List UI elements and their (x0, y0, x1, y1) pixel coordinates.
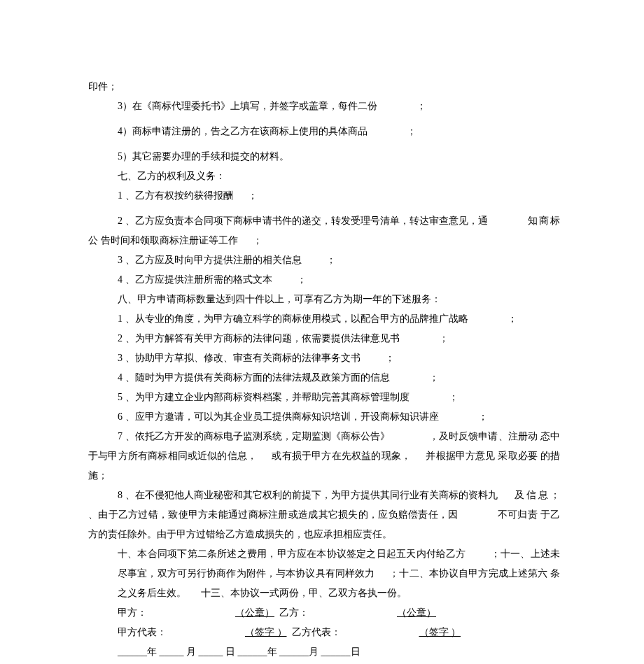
line-21b: 不可归责 (498, 509, 538, 520)
line-9: 4 、乙方应提供注册所需的格式文本； (88, 270, 560, 290)
line-17-end: ，及时反馈申请、注册动 (429, 431, 538, 442)
line-7-end: ； (253, 235, 262, 246)
line-5: 1 、乙方有权按约获得报酬； (88, 186, 560, 206)
line-23a: 十、本合同项下第二条所述之费用，甲方应在本协议签定之日起五天内付给乙方 (118, 549, 466, 559)
line-0: 印件； (88, 77, 560, 97)
line-14-end: ； (429, 372, 439, 383)
line-13-end: ； (385, 353, 395, 363)
line-11: 1 、从专业的角度，为甲方确立科学的商标使用模式，以配合甲方的品牌推广战略； (88, 309, 560, 329)
signature-line-1: 甲方：（公章）乙方：（公章） (88, 603, 560, 623)
line-18c: 并根据甲方意见 采取必要 (426, 451, 538, 461)
sign-b: （签字 ） (419, 627, 461, 637)
line-9-text: 4 、乙方应提供注册所需的格式文本 (118, 274, 272, 285)
sign-a: （签字 ） (245, 627, 287, 637)
line-24b: ；十二、本协议自甲方完成上述第六 (389, 568, 547, 579)
line-15-end: ； (449, 392, 458, 402)
line-11-end: ； (507, 313, 517, 324)
line-5-end: ； (248, 190, 258, 201)
line-6-7: 2 、乙方应负责本合同项下商标申请书件的递交，转发受理号清单，转达审查意见，通知… (88, 211, 560, 250)
line-15: 5 、为甲方建立企业内部商标资料档案，并帮助完善其商标管理制度； (88, 388, 560, 407)
line-20-22: 8 、在不侵犯他人商业秘密和其它权利的前提下，为甲方提供其同行业有关商标的资料九… (88, 486, 560, 544)
line-23b: ；十一、上述未 (491, 549, 560, 559)
line-16: 6 、应甲方邀请，可以为其企业员工提供商标知识培训，开设商标知识讲座； (88, 407, 560, 427)
line-25b: 十三、本协议一式两份，甲、乙双方各执一份。 (201, 588, 407, 598)
date-line: ______年 _____ 月 _____ 日 ______年 ______月 … (88, 642, 560, 662)
line-17-text: 7 、依托乙方开发的商标电子监测系统，定期监测《商标公告》 (118, 431, 390, 442)
line-23-25: 十、本合同项下第二条所述之费用，甲方应在本协议签定之日起五天内付给乙方；十一、上… (88, 544, 560, 603)
line-9-end: ； (297, 274, 307, 285)
line-8: 3 、乙方应及时向甲方提供注册的相关信息； (88, 250, 560, 270)
line-8-end: ； (326, 255, 336, 265)
line-1: 3）在《商标代理委托书》上填写，并签字或盖章，每件二份； (88, 97, 560, 116)
line-12-end: ； (439, 333, 449, 344)
signature-line-2: 甲方代表：（签字 ）乙方代表：（签字 ） (88, 623, 560, 642)
line-17-19: 7 、依托乙方开发的商标电子监测系统，定期监测《商标公告》，及时反馈申请、注册动… (88, 427, 560, 486)
line-14: 4 、随时为甲方提供有关商标方面的法律法规及政策方面的信息； (88, 368, 560, 388)
line-15-text: 5 、为甲方建立企业内部商标资料档案，并帮助完善其商标管理制度 (118, 392, 410, 402)
line-12-text: 2 、为甲方解答有关甲方商标的法律问题，依需要提供法律意见书 (118, 333, 400, 344)
line-13: 3 、协助甲方草拟、修改、审查有关商标的法律事务文书； (88, 348, 560, 368)
line-2: 4）商标申请注册的，告之乙方在该商标上使用的具体商品； (88, 122, 560, 141)
line-10: 八、甲方申请商标数量达到四十件以上，可享有乙方为期一年的下述服务： (88, 290, 560, 309)
line-7-text: 告时间和领取商标注册证等工作 (101, 235, 238, 246)
line-11-text: 1 、从专业的角度，为甲方确立科学的商标使用模式，以配合甲方的品牌推广战略 (118, 313, 468, 324)
line-16-end: ； (478, 411, 488, 422)
line-24a: 尽事宜，双方可另行协商作为附件，与本协议具有同样效力 (118, 568, 374, 579)
line-20b: 及信息； (512, 490, 561, 500)
line-16-text: 6 、应甲方邀请，可以为其企业员工提供商标知识培训，开设商标知识讲座 (118, 411, 439, 422)
party-b-label: 乙方： (279, 607, 309, 618)
seal-a: （公章） (235, 607, 274, 618)
line-1-text: 3）在《商标代理委托书》上填写，并签字或盖章，每件二份 (118, 101, 377, 111)
line-2-end: ； (407, 126, 416, 136)
line-8-text: 3 、乙方应及时向甲方提供注册的相关信息 (118, 255, 302, 265)
line-6-text: 2 、乙方应负责本合同项下商标申请书件的递交，转发受理号清单，转达审查意见，通 (118, 216, 488, 226)
line-4: 七、乙方的权利及义务： (88, 167, 560, 186)
party-a-label: 甲方： (118, 607, 147, 618)
line-5-text: 1 、乙方有权按约获得报酬 (118, 190, 233, 201)
line-13-text: 3 、协助甲方草拟、修改、审查有关商标的法律事务文书 (118, 353, 360, 363)
document-page: 印件； 3）在《商标代理委托书》上填写，并签字或盖章，每件二份； 4）商标申请注… (0, 0, 644, 664)
line-21a: 、由于乙方过错，致使甲方未能通过商标注册或造成其它损失的，应负赔偿责任，因 (88, 509, 458, 520)
line-2-text: 4）商标申请注册的，告之乙方在该商标上使用的具体商品 (118, 126, 368, 136)
rep-b-label: 乙方代表： (292, 627, 341, 637)
line-18b: 或有损于甲方在先权益的现象， (272, 451, 411, 461)
line-3: 5）其它需要办理的手续和提交的材料。 (88, 147, 560, 167)
line-20a: 8 、在不侵犯他人商业秘密和其它权利的前提下，为甲方提供其同行业有关商标的资料九 (118, 490, 498, 500)
rep-a-label: 甲方代表： (118, 627, 167, 637)
line-12: 2 、为甲方解答有关甲方商标的法律问题，依需要提供法律意见书； (88, 329, 560, 348)
line-1-end: ； (416, 101, 426, 111)
seal-b: （公章） (397, 607, 436, 618)
line-14-text: 4 、随时为甲方提供有关商标方面的法律法规及政策方面的信息 (118, 372, 390, 383)
